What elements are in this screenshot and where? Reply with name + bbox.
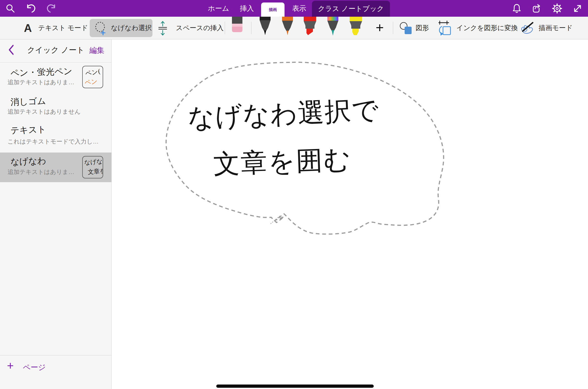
page-title-ink: テキスト [10, 124, 46, 137]
draw-ribbon: A テキスト モード なげなわ選択 スペースの挿入 [0, 17, 588, 39]
page-title-ink: ペン・蛍光ペン [10, 65, 73, 79]
page-thumbnail: ペン( ペン [82, 66, 103, 88]
redo-icon [46, 3, 57, 14]
tab-home[interactable]: ホーム [205, 0, 232, 17]
thumb-ink: なげな [84, 157, 103, 166]
pen-black[interactable] [258, 17, 272, 36]
plus-icon: + [7, 359, 14, 372]
home-indicator-bar[interactable] [216, 385, 374, 388]
page-thumbnail: なげな 文章を [82, 156, 103, 178]
page-item-pen-highlighter[interactable]: ペン・蛍光ペン 追加テキストはありま… ペン( ペン [0, 63, 112, 93]
search-icon [5, 3, 15, 13]
undo-icon [25, 3, 36, 14]
tab-insert[interactable]: 挿入 [237, 0, 257, 17]
toolbar-separator [225, 22, 225, 34]
settings-button[interactable] [550, 0, 564, 17]
page-subtitle: これはテキストモードで入力し… [7, 138, 99, 146]
marker-red[interactable] [302, 17, 317, 36]
insert-space-label: スペースの挿入 [176, 17, 224, 39]
toolbar-separator [251, 22, 251, 34]
share-button[interactable] [530, 0, 544, 17]
lasso-select-button[interactable]: なげなわ選択 [90, 19, 152, 37]
lasso-select-label: なげなわ選択 [111, 17, 152, 39]
notifications-button[interactable] [510, 0, 524, 17]
page-list-sidebar: クイック ノート 編集 ペン・蛍光ペン 追加テキストはありま… ペン( ペン 消… [0, 39, 112, 389]
page-title-ink: なげなわ [10, 155, 46, 168]
insert-space-icon [157, 20, 168, 36]
fullscreen-icon [572, 3, 583, 14]
text-mode-label: テキスト モード [38, 17, 88, 39]
toolbar-separator [393, 22, 393, 34]
lasso-icon [94, 21, 107, 36]
page-subtitle: 追加テキストはありま… [7, 168, 74, 176]
shapes-label: 図形 [416, 17, 429, 39]
page-title-ink: 消しゴム [10, 95, 46, 108]
thumb-ink-black: ペン( [85, 67, 101, 78]
bell-icon [511, 3, 522, 14]
search-button[interactable] [3, 0, 17, 17]
redo-button[interactable] [44, 0, 58, 17]
page-subtitle: 追加テキストはありま… [7, 78, 74, 86]
page-item-text[interactable]: テキスト これはテキストモードで入力し… [0, 120, 112, 153]
page-subtitle: 追加テキストはありません [7, 108, 81, 116]
fullscreen-button[interactable] [571, 0, 585, 17]
draw-mode-hand-pen-icon [520, 20, 535, 36]
edit-button[interactable]: 編集 [89, 45, 104, 56]
ink-to-shape-label: インクを図形に変換 [456, 17, 518, 39]
shapes-icon [398, 21, 414, 35]
tab-draw[interactable]: 描画 [261, 2, 285, 17]
tab-view[interactable]: 表示 [289, 0, 309, 17]
note-canvas[interactable]: なげなわ選択で 文章を囲む [112, 39, 588, 389]
eraser-tool[interactable] [232, 17, 243, 33]
share-icon [531, 3, 542, 14]
page-item-eraser[interactable]: 消しゴム 追加テキストはありません [0, 93, 112, 120]
add-page-label: ページ [23, 362, 46, 373]
tab-class-notebook[interactable]: クラス ノートブック [312, 1, 390, 17]
thumb-ink: 文章を [87, 167, 103, 176]
undo-button[interactable] [24, 0, 38, 17]
pen-orange[interactable] [281, 17, 294, 36]
lasso-selection-outline[interactable] [112, 39, 588, 389]
divider [0, 62, 112, 63]
thumb-ink-orange: ペン [84, 77, 98, 86]
pen-rainbow[interactable] [326, 17, 340, 36]
highlighter-yellow[interactable] [348, 17, 363, 36]
page-item-lasso[interactable]: なげなわ 追加テキストはありま… なげな 文章を [0, 153, 112, 182]
ink-to-shape-icon [438, 20, 452, 37]
draw-mode-label: 描画モード [539, 17, 573, 39]
top-app-bar: ホーム 挿入 描画 表示 クラス ノートブック [0, 0, 588, 17]
handwritten-ink-line2: 文章を囲む [213, 142, 352, 182]
add-page-button[interactable]: + ページ [0, 355, 112, 389]
gear-icon [551, 3, 563, 14]
add-pen-button[interactable]: + [372, 17, 388, 39]
text-mode-a-icon: A [24, 17, 32, 39]
